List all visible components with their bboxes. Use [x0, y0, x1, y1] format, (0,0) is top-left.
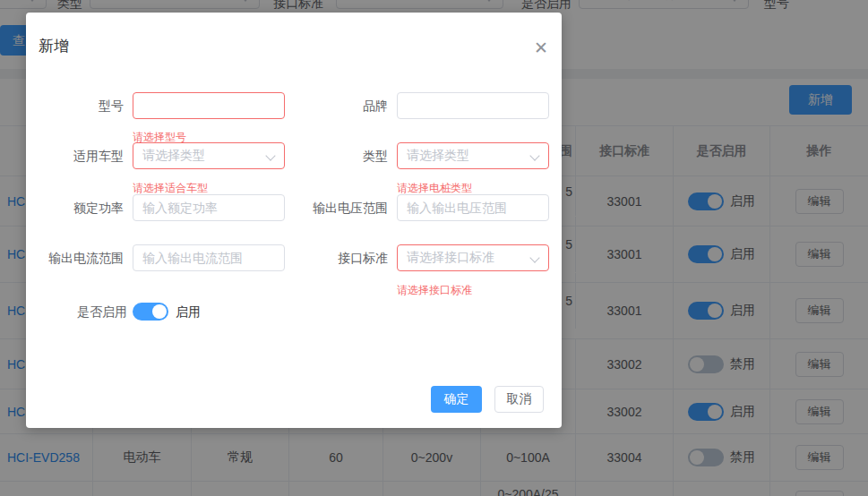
model-field-label: 型号 — [26, 92, 124, 119]
vehicle-select[interactable]: 请选择类型 — [133, 142, 285, 169]
chevron-down-icon — [529, 150, 539, 160]
brand-field-label: 品牌 — [290, 92, 388, 119]
standard-select[interactable]: 请选择接口标准 — [397, 244, 549, 271]
standard-select-placeholder: 请选择接口标准 — [407, 250, 494, 266]
vehicle-select-placeholder: 请选择类型 — [142, 148, 205, 164]
type-select-label: 类型 — [290, 142, 388, 169]
chevron-down-icon — [529, 252, 539, 262]
page: 类型 请选择类型 接口标准 请选择接口标准 是否启用 请选择是否启用 型号 查 … — [0, 0, 868, 496]
standard-select-error: 请选择接口标准 — [397, 283, 472, 298]
type-select-placeholder: 请选择类型 — [407, 148, 469, 164]
type-select[interactable]: 请选择类型 — [397, 142, 549, 169]
add-dialog: 新增 ✕ 型号 请选择型号 品牌 适用车型 请选择类型 请选择适合车型 类型 请… — [26, 13, 562, 428]
current-field-label: 输出电流范围 — [26, 244, 124, 271]
confirm-button[interactable]: 确定 — [431, 386, 482, 413]
voltage-field[interactable] — [397, 194, 549, 221]
close-icon[interactable]: ✕ — [529, 37, 554, 59]
cancel-button[interactable]: 取消 — [494, 386, 544, 413]
enable-toggle[interactable] — [133, 303, 168, 321]
voltage-field-label: 输出电压范围 — [290, 194, 388, 221]
chevron-down-icon — [265, 150, 275, 160]
vehicle-select-label: 适用车型 — [26, 142, 124, 169]
enable-switch-label: 是否启用 — [30, 298, 127, 325]
current-field[interactable] — [133, 244, 285, 271]
power-field[interactable] — [133, 194, 285, 221]
dialog-title: 新增 — [39, 36, 69, 56]
enable-state-label: 启用 — [176, 298, 201, 325]
power-field-label: 额定功率 — [26, 194, 124, 221]
brand-field[interactable] — [397, 92, 549, 119]
model-field[interactable] — [133, 92, 285, 119]
standard-select-label: 接口标准 — [290, 244, 388, 271]
